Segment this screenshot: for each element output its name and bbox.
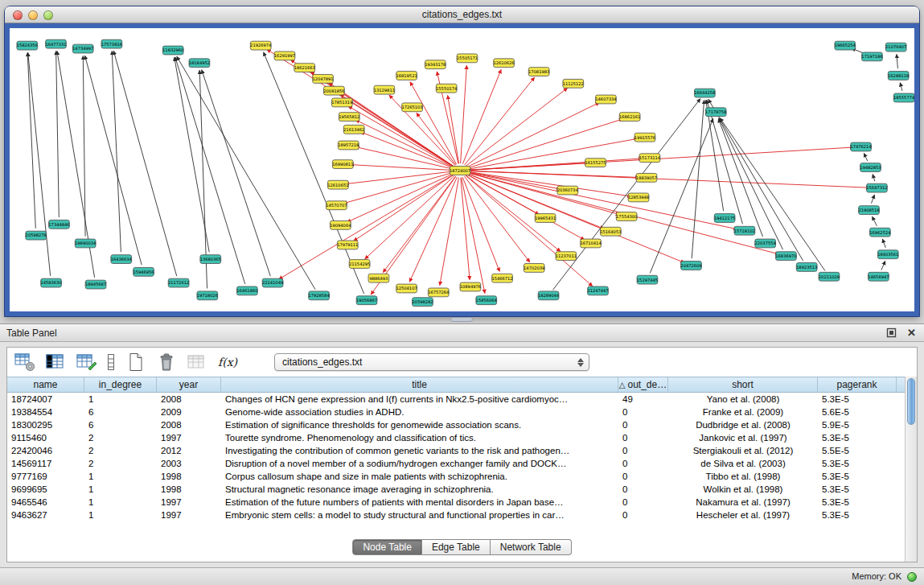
table-cell[interactable]: Wolkin et al. (1998)	[668, 483, 818, 496]
citation-edge[interactable]	[467, 172, 620, 214]
tab-edge-table[interactable]: Edge Table	[422, 539, 491, 555]
graph-node[interactable]: 13129811	[374, 85, 395, 94]
graph-node[interactable]: 19094064	[330, 220, 351, 229]
table-cell[interactable]: Jankovic et al. (1997)	[668, 431, 818, 444]
graph-node[interactable]: 20211029	[819, 272, 840, 281]
graph-node[interactable]: 16288118	[888, 72, 909, 80]
table-cell[interactable]: 6	[84, 406, 157, 418]
delete-column-icon[interactable]	[155, 352, 178, 373]
table-cell[interactable]: 5.3E-5	[818, 431, 897, 444]
table-cell[interactable]: 1	[84, 509, 157, 521]
table-cell[interactable]: 0	[618, 483, 668, 496]
table-cell[interactable]: de Silva et al. (2003)	[668, 457, 818, 470]
table-cell[interactable]: 9115460	[7, 431, 84, 444]
table-cell[interactable]: Embryonic stem cells: a model to study s…	[221, 509, 618, 521]
graph-node[interactable]: 14656947	[868, 272, 889, 281]
table-cell[interactable]: 5.5E-5	[818, 444, 897, 457]
function-builder-icon[interactable]: f(x)	[216, 352, 239, 373]
graph-node[interactable]: 15824356	[17, 41, 38, 50]
table-cell[interactable]: 1	[84, 393, 157, 406]
citation-network-graph[interactable]: 1872400716291997186216631204789120081856…	[10, 28, 914, 311]
graph-node[interactable]: 16644258	[694, 89, 715, 97]
table-cell[interactable]: Estimation of the future numbers of pati…	[221, 496, 618, 509]
graph-node[interactable]: 18724007	[450, 167, 470, 175]
table-cell[interactable]: Dudbridge et al. (2008)	[668, 418, 818, 431]
row-options-icon[interactable]	[105, 352, 117, 373]
memory-ok-indicator[interactable]	[907, 572, 917, 582]
graph-node[interactable]: 15946956	[133, 267, 154, 276]
table-vertical-scrollbar[interactable]	[905, 377, 917, 562]
citation-edge[interactable]	[410, 82, 457, 165]
table-row[interactable]: 1938455462009Genome-wide association stu…	[7, 406, 905, 418]
graph-node[interactable]: 15466712	[491, 274, 512, 282]
table-cell[interactable]: 1	[84, 470, 157, 483]
column-header-out_de[interactable]: △out_de…	[618, 377, 668, 392]
citation-edge[interactable]	[467, 171, 631, 196]
citation-edge[interactable]	[864, 154, 867, 161]
table-cell[interactable]: 5.3E-5	[818, 483, 897, 496]
table-cell[interactable]: 0	[618, 457, 668, 470]
graph-node[interactable]: 20081856	[323, 86, 344, 95]
citation-edge[interactable]	[882, 239, 885, 248]
column-header-pagerank[interactable]: pagerank	[818, 377, 897, 392]
citation-edge[interactable]	[692, 100, 704, 258]
citation-edge[interactable]	[650, 118, 713, 273]
graph-node[interactable]: 18555774	[893, 93, 914, 102]
graph-node[interactable]: 11237011	[556, 252, 577, 261]
table-cell[interactable]: 9463627	[7, 509, 84, 521]
graph-node[interactable]: 14583630	[40, 278, 61, 287]
table-cell[interactable]: 2	[84, 457, 157, 470]
graph-node[interactable]: 15856064	[476, 296, 497, 305]
table-row[interactable]: 946554611997Estimation of the future num…	[7, 496, 905, 509]
graph-node[interactable]: 15173114	[639, 154, 660, 163]
citation-edge[interactable]	[900, 83, 902, 91]
table-cell[interactable]: 2	[84, 431, 157, 444]
close-panel-icon[interactable]: ✕	[906, 327, 918, 339]
table-row[interactable]: 911546021997Tourette syndrome. Phenomeno…	[7, 431, 905, 444]
column-header-title[interactable]: title	[221, 377, 618, 392]
table-row[interactable]: 1872400712008Changes of HCN gene express…	[7, 393, 905, 406]
graph-node[interactable]: 16461860	[236, 286, 257, 295]
graph-node[interactable]: 10894976	[460, 282, 481, 291]
graph-node[interactable]: 15687312	[866, 183, 887, 192]
graph-node[interactable]: 15550174	[436, 84, 457, 93]
citation-edge[interactable]	[175, 57, 209, 252]
table-cell[interactable]: 1997	[157, 496, 221, 509]
graph-node[interactable]: 22141049	[262, 278, 283, 287]
graph-node[interactable]: 21247447	[587, 286, 608, 295]
graph-node[interactable]: 17851319	[331, 98, 352, 107]
table-cell[interactable]: 5.3E-5	[818, 470, 897, 483]
graph-node[interactable]: 18621663	[294, 64, 315, 72]
table-cell[interactable]: Nakamura et al. (1997)	[668, 496, 818, 509]
table-cell[interactable]: 5.3E-5	[818, 457, 897, 470]
citation-edge[interactable]	[56, 51, 60, 217]
citation-edge[interactable]	[708, 99, 803, 261]
table-cell[interactable]: 1	[84, 483, 157, 496]
graph-node[interactable]: 17081983	[528, 68, 549, 76]
graph-node[interactable]: 12047891	[312, 75, 333, 84]
graph-node[interactable]: 18957218	[338, 141, 359, 150]
column-header-name[interactable]: name	[7, 377, 84, 392]
citation-edge[interactable]	[354, 175, 454, 241]
table-cell[interactable]: 18300295	[7, 418, 84, 431]
graph-node[interactable]: 21154295	[349, 260, 370, 269]
graph-node[interactable]: 18289044	[538, 291, 559, 300]
table-cell[interactable]: 5.3E-5	[818, 509, 897, 521]
graph-node[interactable]: 15718102	[734, 226, 755, 235]
table-cell[interactable]: 2008	[157, 418, 221, 431]
table-cell[interactable]: Tourette syndrome. Phenomenology and cla…	[221, 431, 618, 444]
table-cell[interactable]: 49	[618, 393, 668, 406]
table-cell[interactable]: 19384554	[7, 406, 84, 418]
table-cell[interactable]: 0	[618, 496, 668, 509]
graph-node[interactable]: 19056867	[356, 296, 377, 305]
citation-edge[interactable]	[264, 52, 364, 294]
graph-node[interactable]: 16962524	[869, 228, 890, 237]
table-cell[interactable]: 1997	[157, 431, 221, 444]
table-cell[interactable]: Disruption of a novel member of a sodium…	[221, 457, 618, 470]
graph-node[interactable]: 19482853	[860, 163, 881, 172]
citation-edge[interactable]	[345, 171, 453, 184]
table-cell[interactable]: 2008	[157, 393, 221, 406]
graph-node[interactable]: 19890034	[75, 239, 96, 248]
citation-edge[interactable]	[113, 51, 176, 276]
edit-table-icon[interactable]	[75, 352, 97, 373]
